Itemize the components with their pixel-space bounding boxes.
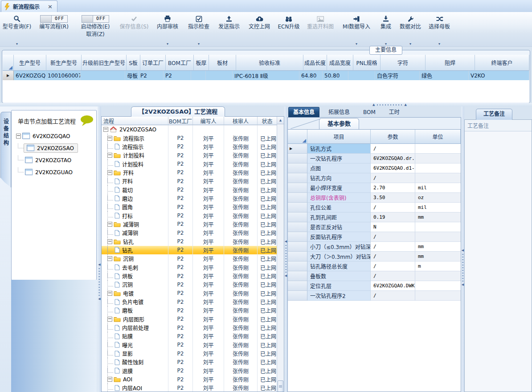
parameter-row[interactable]: 是否正反对钻N <box>288 222 461 232</box>
process-row[interactable]: 流程指示P2刘平张传刚已上网 <box>102 143 277 151</box>
toolbar-item-3[interactable]: OFF启动修改(E)取消(Z) <box>74 12 117 46</box>
vertical-splitter-middle[interactable]: ◀ ◀ <box>284 106 287 392</box>
vertical-splitter-left[interactable]: ◀ ◀ <box>98 106 101 392</box>
process-col-header[interactable]: 状态 <box>258 117 277 125</box>
parameter-row[interactable]: 钻孔方向/ <box>288 173 461 183</box>
chevron-down-icon[interactable]: ▾ <box>385 42 387 46</box>
main-grid-cell[interactable]: V2KO <box>469 71 529 80</box>
splitter-grip[interactable] <box>98 268 100 296</box>
process-col-header[interactable]: 核审人 <box>224 117 258 125</box>
toolbar-item-7[interactable]: 发送指示 <box>214 12 244 46</box>
main-grid-cell[interactable]: P2 <box>164 71 191 80</box>
expander-minus-icon[interactable] <box>107 222 112 227</box>
param-value-cell[interactable]: 6V2KOZGQAO.d1-2 <box>371 163 415 173</box>
splitter-grip[interactable] <box>285 245 286 273</box>
process-row[interactable]: 显影P2刘平张传刚已上网 <box>102 349 277 358</box>
param-value-cell[interactable]: / <box>371 261 415 271</box>
device-tree-node[interactable]: 2V2KOZGTAO <box>12 154 96 166</box>
scroll-up-icon[interactable]: ▲ <box>277 117 284 124</box>
toolbar-item-5[interactable]: 内部审核▾ <box>151 12 184 46</box>
main-grid-cell[interactable] <box>206 71 233 80</box>
main-grid-col-header[interactable]: 新生产型号 <box>46 55 82 71</box>
chevron-down-icon[interactable]: ▾ <box>438 42 440 46</box>
param-value-cell[interactable]: / <box>371 252 415 261</box>
tab-process-notes[interactable]: 工艺备注 <box>476 109 512 120</box>
process-row[interactable]: 去毛刺P2刘平张传刚已上网 <box>102 263 277 272</box>
main-grid-cell[interactable]: 6V2KOZGQAO <box>14 71 46 80</box>
tab-basic-parameters[interactable]: 基本参数 <box>319 118 359 129</box>
process-row[interactable]: 打标P2刘平张传刚已上网 <box>102 211 277 220</box>
main-grid-col-header[interactable]: 阻焊 <box>426 55 475 71</box>
main-grid-cell[interactable] <box>191 71 206 80</box>
chevron-down-icon[interactable]: ▾ <box>167 42 168 46</box>
param-col-header[interactable]: 项目 <box>307 130 371 144</box>
horizontal-splitter[interactable]: ▲ ▲ <box>0 103 532 106</box>
expander-minus-icon[interactable] <box>107 317 112 322</box>
splitter-arrow-icon[interactable]: ▲ <box>372 103 375 106</box>
process-row[interactable]: 磨板P2刘平张传刚已上网 <box>102 306 277 314</box>
splitter-handle[interactable]: ◀ ◀ <box>98 263 100 301</box>
main-grid-col-header[interactable]: S板 <box>127 55 140 71</box>
process-col-header[interactable]: 流程 <box>102 117 168 125</box>
parameter-row[interactable]: ▶钻孔方式/ <box>288 144 461 154</box>
toolbar-item-1[interactable]: 型号查询(F)▾ <box>0 12 34 46</box>
parameter-row[interactable]: 孔到孔间距0.19mm <box>288 212 461 222</box>
param-value-cell[interactable]: / <box>371 271 415 281</box>
process-row[interactable]: 开料P2刘平张传刚已上网 <box>102 177 277 185</box>
main-grid-col-header[interactable]: 终端客户 <box>475 55 529 71</box>
toggle-off-switch[interactable]: OFF <box>40 15 68 23</box>
main-grid-col-header[interactable]: 成品宽度 <box>327 55 353 71</box>
process-row[interactable]: 烘板P2刘平张传刚已上网 <box>102 272 277 280</box>
main-grid-cell[interactable] <box>348 71 375 80</box>
parameter-row[interactable]: 最小焊环宽度2.70mil <box>288 183 461 193</box>
toolbar-item-11[interactable]: MI数据导入▾ <box>338 12 375 46</box>
toolbar-item-9[interactable]: ECN升级 <box>274 12 303 46</box>
process-row[interactable]: 减薄铜P2刘平张传刚已上网 <box>102 220 277 229</box>
process-row[interactable]: 曝光P2刘平张传刚已上网 <box>102 341 277 349</box>
chevron-down-icon[interactable]: ▾ <box>356 42 357 46</box>
splitter-arrow-icon[interactable]: ◀ <box>98 263 100 266</box>
device-tree-node[interactable]: 2V2KOZGUAO <box>12 166 96 178</box>
param-value-cell[interactable]: 3.50 <box>371 193 415 203</box>
process-col-header[interactable]: BOM工厂 <box>168 117 193 125</box>
expander-minus-icon[interactable] <box>107 256 112 261</box>
expander-minus-icon[interactable] <box>103 127 108 132</box>
main-grid-cell[interactable]: 母板 <box>125 71 139 80</box>
param-value-cell[interactable]: 0.19 <box>371 212 415 222</box>
process-row[interactable]: 2V2KOZGSAO <box>102 125 277 134</box>
param-value-cell[interactable]: 6V2KOZGQAO.dr... <box>371 154 415 163</box>
main-grid-col-header[interactable]: 板厚 <box>194 55 209 71</box>
splitter-handle[interactable]: ◀ ◀ <box>462 249 464 286</box>
splitter-arrow-icon[interactable]: ◀ <box>98 298 100 301</box>
chevron-down-icon[interactable]: ▾ <box>198 42 200 46</box>
param-value-cell[interactable]: 6V2KOZGQAO.DWK <box>371 281 415 291</box>
tab-active-detail[interactable]: 基本信息 <box>288 107 319 117</box>
main-grid-cell[interactable]: P2 <box>139 71 164 80</box>
main-grid-col-header[interactable]: 验收标准 <box>236 55 303 71</box>
process-row[interactable]: 钻孔P2刘平张传刚已上网 <box>102 237 277 245</box>
main-grid-cell[interactable]: IPC-6018 Ⅱ级 <box>233 71 299 80</box>
param-value-cell[interactable]: / <box>371 173 415 183</box>
main-grid-col-header[interactable]: 升级前旧生产型号 <box>82 55 127 71</box>
chevron-down-icon[interactable]: ▾ <box>409 42 411 46</box>
vertical-splitter-right[interactable]: ◀ ◀ <box>461 106 464 392</box>
process-row[interactable]: 裁切P2刘平张传刚已上网 <box>102 185 277 194</box>
process-row[interactable]: 钻孔P2刘平张传刚已上网 <box>102 246 277 254</box>
main-grid-cell[interactable]: 绿色 <box>420 71 469 80</box>
splitter-handle[interactable]: ◀ ◀ <box>285 240 287 278</box>
parameter-row[interactable]: 小刀（≤0.3mm）对钻深度/mm <box>288 242 461 252</box>
toolbar-item-6[interactable]: 指示检查▾ <box>184 12 214 46</box>
main-grid-row[interactable]: ▶6V2KOZGQAO10010600074340母板P2P2IPC-6018 … <box>3 71 529 80</box>
parameter-row[interactable]: 大刀（＞0.3mm）对钻深度/mm <box>288 252 461 261</box>
main-grid-col-header[interactable]: 板材 <box>209 55 236 71</box>
parameter-row[interactable]: 反面钻孔程序/ <box>288 232 461 242</box>
process-notes-body[interactable] <box>465 131 532 390</box>
expander-minus-icon[interactable] <box>107 153 112 158</box>
parameter-row[interactable]: 一次钻孔程序6V2KOZGQAO.dr... <box>288 154 461 163</box>
process-row[interactable]: 电镀P2刘平张传刚已上网 <box>102 289 277 298</box>
parameter-row[interactable]: 一次钻孔程序2/ <box>288 291 461 301</box>
expander-minus-icon[interactable] <box>107 291 112 296</box>
process-row[interactable]: 流程指示P2刘平张传刚已上网 <box>102 134 277 142</box>
parameter-row[interactable]: 点图6V2KOZGQAO.d1-2 <box>288 163 461 173</box>
toggle-off-switch[interactable]: OFF <box>82 15 109 23</box>
